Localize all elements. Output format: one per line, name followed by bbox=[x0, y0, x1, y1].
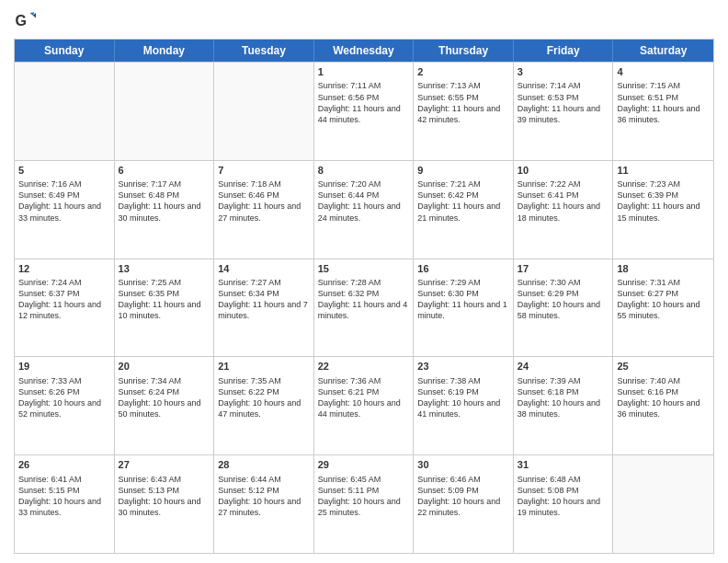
weekday-header: Sunday bbox=[15, 40, 115, 62]
calendar-cell: 30Sunrise: 6:46 AM Sunset: 5:09 PM Dayli… bbox=[414, 455, 514, 553]
day-info: Sunrise: 7:25 AM Sunset: 6:35 PM Dayligh… bbox=[119, 277, 210, 322]
day-number: 8 bbox=[318, 164, 410, 178]
calendar-cell: 11Sunrise: 7:23 AM Sunset: 6:39 PM Dayli… bbox=[613, 161, 713, 259]
logo-icon: G bbox=[14, 9, 36, 31]
day-info: Sunrise: 7:17 AM Sunset: 6:48 PM Dayligh… bbox=[119, 178, 210, 224]
day-info: Sunrise: 7:22 AM Sunset: 6:41 PM Dayligh… bbox=[518, 178, 609, 224]
calendar-body: 1Sunrise: 7:11 AM Sunset: 6:56 PM Daylig… bbox=[15, 62, 713, 553]
day-info: Sunrise: 7:33 AM Sunset: 6:26 PM Dayligh… bbox=[18, 375, 110, 420]
calendar-cell: 4Sunrise: 7:15 AM Sunset: 6:51 PM Daylig… bbox=[613, 63, 713, 160]
weekday-header: Tuesday bbox=[214, 40, 314, 62]
calendar-cell: 21Sunrise: 7:35 AM Sunset: 6:22 PM Dayli… bbox=[214, 357, 314, 454]
day-number: 20 bbox=[119, 360, 210, 373]
day-number: 24 bbox=[518, 360, 609, 373]
day-number: 10 bbox=[518, 164, 609, 178]
day-number: 19 bbox=[18, 360, 110, 373]
day-info: Sunrise: 7:34 AM Sunset: 6:24 PM Dayligh… bbox=[119, 375, 210, 420]
day-number: 15 bbox=[318, 262, 410, 276]
day-info: Sunrise: 7:23 AM Sunset: 6:39 PM Dayligh… bbox=[617, 178, 710, 224]
day-number: 16 bbox=[417, 262, 509, 276]
day-info: Sunrise: 6:43 AM Sunset: 5:13 PM Dayligh… bbox=[119, 474, 210, 519]
calendar-cell: 7Sunrise: 7:18 AM Sunset: 6:46 PM Daylig… bbox=[214, 161, 314, 259]
calendar-cell: 28Sunrise: 6:44 AM Sunset: 5:12 PM Dayli… bbox=[214, 455, 314, 553]
day-number: 17 bbox=[518, 262, 609, 276]
day-info: Sunrise: 6:41 AM Sunset: 5:15 PM Dayligh… bbox=[18, 474, 110, 519]
day-info: Sunrise: 7:16 AM Sunset: 6:49 PM Dayligh… bbox=[18, 178, 110, 224]
calendar: SundayMondayTuesdayWednesdayThursdayFrid… bbox=[14, 39, 714, 554]
weekday-header: Friday bbox=[514, 40, 614, 62]
day-info: Sunrise: 7:21 AM Sunset: 6:42 PM Dayligh… bbox=[417, 178, 509, 224]
weekday-header: Saturday bbox=[613, 40, 713, 62]
day-number: 27 bbox=[119, 458, 210, 472]
weekday-header: Monday bbox=[115, 40, 215, 62]
day-info: Sunrise: 7:11 AM Sunset: 6:56 PM Dayligh… bbox=[318, 80, 410, 125]
calendar-cell: 8Sunrise: 7:20 AM Sunset: 6:44 PM Daylig… bbox=[314, 161, 415, 259]
day-info: Sunrise: 7:14 AM Sunset: 6:53 PM Dayligh… bbox=[518, 80, 609, 125]
calendar-cell: 13Sunrise: 7:25 AM Sunset: 6:35 PM Dayli… bbox=[115, 259, 215, 357]
calendar-cell: 2Sunrise: 7:13 AM Sunset: 6:55 PM Daylig… bbox=[414, 63, 514, 160]
calendar-cell: 17Sunrise: 7:30 AM Sunset: 6:29 PM Dayli… bbox=[514, 259, 614, 357]
day-number: 29 bbox=[318, 458, 410, 472]
calendar-cell: 9Sunrise: 7:21 AM Sunset: 6:42 PM Daylig… bbox=[414, 161, 514, 259]
calendar-cell: 15Sunrise: 7:28 AM Sunset: 6:32 PM Dayli… bbox=[314, 259, 415, 357]
weekday-header: Wednesday bbox=[314, 40, 415, 62]
calendar-cell: 10Sunrise: 7:22 AM Sunset: 6:41 PM Dayli… bbox=[514, 161, 614, 259]
day-info: Sunrise: 7:35 AM Sunset: 6:22 PM Dayligh… bbox=[218, 375, 310, 420]
day-number: 3 bbox=[518, 65, 609, 79]
calendar-cell: 16Sunrise: 7:29 AM Sunset: 6:30 PM Dayli… bbox=[414, 259, 514, 357]
day-number: 22 bbox=[318, 360, 410, 373]
day-info: Sunrise: 6:46 AM Sunset: 5:09 PM Dayligh… bbox=[417, 474, 509, 519]
calendar-cell bbox=[613, 455, 713, 553]
day-info: Sunrise: 7:13 AM Sunset: 6:55 PM Dayligh… bbox=[417, 80, 509, 125]
calendar-cell bbox=[115, 63, 215, 160]
calendar-cell: 19Sunrise: 7:33 AM Sunset: 6:26 PM Dayli… bbox=[15, 357, 115, 454]
day-number: 1 bbox=[318, 65, 410, 79]
day-info: Sunrise: 7:29 AM Sunset: 6:30 PM Dayligh… bbox=[417, 277, 509, 322]
calendar-cell: 26Sunrise: 6:41 AM Sunset: 5:15 PM Dayli… bbox=[15, 455, 115, 553]
day-info: Sunrise: 7:18 AM Sunset: 6:46 PM Dayligh… bbox=[218, 178, 310, 224]
day-number: 26 bbox=[18, 458, 110, 472]
calendar-cell: 5Sunrise: 7:16 AM Sunset: 6:49 PM Daylig… bbox=[15, 161, 115, 259]
day-info: Sunrise: 7:36 AM Sunset: 6:21 PM Dayligh… bbox=[318, 375, 410, 420]
calendar-cell: 1Sunrise: 7:11 AM Sunset: 6:56 PM Daylig… bbox=[314, 63, 415, 160]
calendar-cell: 12Sunrise: 7:24 AM Sunset: 6:37 PM Dayli… bbox=[15, 259, 115, 357]
calendar-header: SundayMondayTuesdayWednesdayThursdayFrid… bbox=[15, 40, 713, 62]
day-number: 11 bbox=[617, 164, 710, 178]
calendar-row: 12Sunrise: 7:24 AM Sunset: 6:37 PM Dayli… bbox=[15, 259, 713, 357]
day-number: 23 bbox=[417, 360, 509, 373]
calendar-cell: 14Sunrise: 7:27 AM Sunset: 6:34 PM Dayli… bbox=[214, 259, 314, 357]
page-header: G bbox=[14, 9, 714, 31]
day-info: Sunrise: 7:39 AM Sunset: 6:18 PM Dayligh… bbox=[518, 375, 609, 420]
calendar-cell: 29Sunrise: 6:45 AM Sunset: 5:11 PM Dayli… bbox=[314, 455, 415, 553]
calendar-cell: 20Sunrise: 7:34 AM Sunset: 6:24 PM Dayli… bbox=[115, 357, 215, 454]
calendar-cell bbox=[214, 63, 314, 160]
day-number: 4 bbox=[617, 65, 710, 79]
day-number: 31 bbox=[518, 458, 609, 472]
day-info: Sunrise: 6:48 AM Sunset: 5:08 PM Dayligh… bbox=[518, 474, 609, 519]
calendar-cell: 3Sunrise: 7:14 AM Sunset: 6:53 PM Daylig… bbox=[514, 63, 614, 160]
calendar-row: 26Sunrise: 6:41 AM Sunset: 5:15 PM Dayli… bbox=[15, 454, 713, 553]
day-info: Sunrise: 7:15 AM Sunset: 6:51 PM Dayligh… bbox=[617, 80, 710, 125]
day-number: 12 bbox=[18, 262, 110, 276]
day-info: Sunrise: 7:20 AM Sunset: 6:44 PM Dayligh… bbox=[318, 178, 410, 224]
day-info: Sunrise: 7:28 AM Sunset: 6:32 PM Dayligh… bbox=[318, 277, 410, 322]
day-number: 9 bbox=[417, 164, 509, 178]
day-number: 2 bbox=[417, 65, 509, 79]
day-number: 5 bbox=[18, 164, 110, 178]
calendar-row: 19Sunrise: 7:33 AM Sunset: 6:26 PM Dayli… bbox=[15, 356, 713, 454]
day-number: 13 bbox=[119, 262, 210, 276]
calendar-cell: 22Sunrise: 7:36 AM Sunset: 6:21 PM Dayli… bbox=[314, 357, 415, 454]
day-info: Sunrise: 7:40 AM Sunset: 6:16 PM Dayligh… bbox=[617, 375, 710, 420]
calendar-cell: 27Sunrise: 6:43 AM Sunset: 5:13 PM Dayli… bbox=[115, 455, 215, 553]
day-number: 7 bbox=[218, 164, 310, 178]
day-info: Sunrise: 7:38 AM Sunset: 6:19 PM Dayligh… bbox=[417, 375, 509, 420]
calendar-cell: 24Sunrise: 7:39 AM Sunset: 6:18 PM Dayli… bbox=[514, 357, 614, 454]
day-number: 28 bbox=[218, 458, 310, 472]
day-info: Sunrise: 7:31 AM Sunset: 6:27 PM Dayligh… bbox=[617, 277, 710, 322]
day-number: 18 bbox=[617, 262, 710, 276]
day-number: 30 bbox=[417, 458, 509, 472]
calendar-cell: 31Sunrise: 6:48 AM Sunset: 5:08 PM Dayli… bbox=[514, 455, 614, 553]
calendar-cell: 18Sunrise: 7:31 AM Sunset: 6:27 PM Dayli… bbox=[613, 259, 713, 357]
calendar-cell: 6Sunrise: 7:17 AM Sunset: 6:48 PM Daylig… bbox=[115, 161, 215, 259]
day-info: Sunrise: 6:44 AM Sunset: 5:12 PM Dayligh… bbox=[218, 474, 310, 519]
